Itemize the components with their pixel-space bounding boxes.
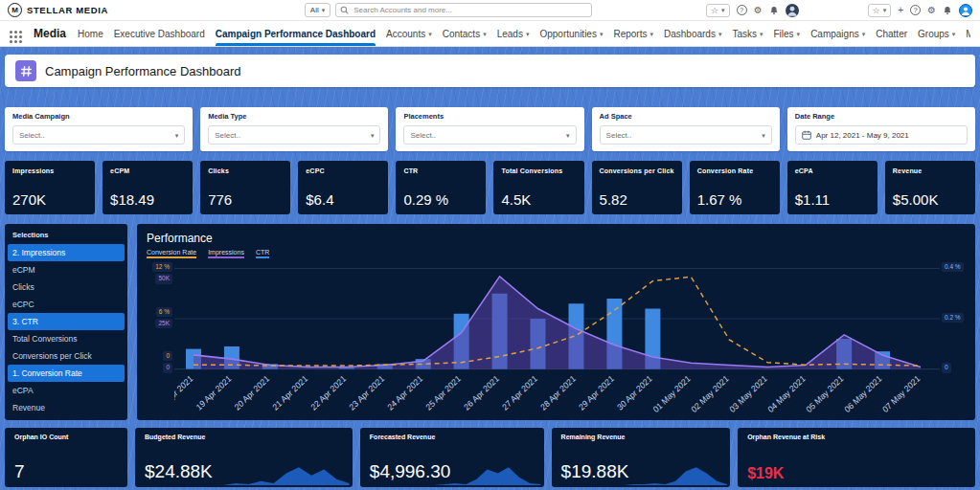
- filter-label: Media Type: [208, 112, 380, 121]
- selection-conversions-per-click[interactable]: Conversions per Click: [5, 347, 127, 365]
- filter-label: Date Range: [795, 112, 968, 121]
- global-search: All ▾: [305, 3, 592, 17]
- chart-title: Performance: [147, 232, 966, 245]
- chevron-down-icon: ▾: [721, 7, 725, 13]
- svg-text:20 Apr 2021: 20 Apr 2021: [233, 373, 271, 412]
- tab-more[interactable]: More▾: [966, 21, 970, 46]
- help-icon[interactable]: ?: [910, 5, 921, 15]
- tab-campaigns[interactable]: Campaigns▾: [810, 21, 865, 46]
- kpi-label: Conversions per Click: [600, 167, 674, 174]
- axis-tick: 0.2 %: [942, 313, 964, 323]
- tab-opportunities[interactable]: Opportunities▾: [539, 21, 603, 46]
- tab-label: Accounts: [386, 29, 425, 39]
- tab-label: Campaign Performance Dashboard: [216, 29, 376, 39]
- tab-label: Dashboards: [664, 29, 716, 39]
- chevron-down-icon: ▾: [175, 132, 179, 139]
- chevron-down-icon: ▾: [650, 31, 653, 37]
- svg-text:05 May 2021: 05 May 2021: [805, 373, 846, 414]
- star-icon: ☆: [711, 6, 718, 15]
- plus-icon[interactable]: +: [898, 6, 903, 15]
- brand-name: STELLAR MEDIA: [27, 5, 108, 15]
- filter-placements: PlacementsSelect..▾: [396, 107, 583, 151]
- selections-list: 2. ImpressionseCPMClickseCPC3. CTRTotal …: [5, 244, 127, 416]
- filter-date-range-control[interactable]: Apr 12, 2021 - May 9, 2021: [795, 125, 968, 145]
- svg-text:22 Apr 2021: 22 Apr 2021: [309, 373, 348, 412]
- tab-label: Leads: [497, 29, 523, 39]
- stellar-media-logo: M: [8, 3, 22, 17]
- help-icon[interactable]: ?: [737, 5, 747, 15]
- app-launcher-icon[interactable]: [10, 21, 22, 46]
- selection-ecpa[interactable]: eCPA: [5, 382, 127, 399]
- bell-icon[interactable]: [943, 6, 952, 15]
- selection-total-conversions[interactable]: Total Conversions: [5, 330, 127, 347]
- gear-icon[interactable]: ⚙: [754, 6, 763, 15]
- legend-ctr[interactable]: CTR: [256, 249, 269, 258]
- filter-date-range: Date RangeApr 12, 2021 - May 9, 2021: [787, 107, 975, 151]
- favorites-control[interactable]: ☆▾: [706, 4, 730, 17]
- tab-groups[interactable]: Groups▾: [918, 21, 955, 46]
- chevron-down-icon: ▾: [566, 132, 570, 139]
- kpi-conversions-per-click: Conversions per Click5.82: [592, 161, 682, 214]
- search-scope-label: All: [310, 6, 319, 14]
- filter-label: Media Campaign: [12, 112, 185, 121]
- avatar[interactable]: [959, 4, 972, 17]
- selection-2-impressions[interactable]: 2. Impressions: [8, 244, 125, 261]
- filters-row: Media CampaignSelect..▾Media TypeSelect.…: [5, 107, 975, 151]
- kpi-conversion-rate: Conversion Rate1.67 %: [690, 161, 780, 214]
- tab-files[interactable]: Files▾: [773, 21, 800, 46]
- tab-executive-dashboard[interactable]: Executive Dashboard: [114, 21, 205, 46]
- kpi-value: 776: [208, 191, 283, 208]
- legend-impressions[interactable]: Impressions: [208, 249, 244, 258]
- tab-label: Groups: [918, 29, 949, 39]
- filter-media-type-control[interactable]: Select..▾: [208, 125, 380, 145]
- tab-campaign-performance-dashboard[interactable]: Campaign Performance Dashboard: [216, 21, 376, 46]
- tab-tasks[interactable]: Tasks▾: [732, 21, 763, 46]
- bottom-card-label: Remaining Revenue: [561, 434, 721, 440]
- selection-revenue[interactable]: Revenue: [5, 399, 127, 416]
- tab-leads[interactable]: Leads▾: [497, 21, 530, 46]
- kpi-value: $6.4: [306, 191, 380, 208]
- kpi-label: eCPA: [795, 167, 870, 174]
- axis-tick: 50K: [155, 274, 172, 283]
- filter-placements-control[interactable]: Select..▾: [403, 125, 576, 145]
- gear-icon[interactable]: ⚙: [927, 6, 936, 15]
- star-icon: ☆: [873, 6, 880, 15]
- svg-text:18 Apr 2021: 18 Apr 2021: [174, 373, 194, 412]
- dashboard-content: Campaign Performance Dashboard Media Cam…: [0, 47, 980, 490]
- tab-home[interactable]: Home: [78, 21, 103, 46]
- tab-label: Reports: [613, 29, 647, 39]
- legend-conversion-rate[interactable]: Conversion Rate: [147, 249, 196, 258]
- tab-accounts[interactable]: Accounts▾: [386, 21, 432, 46]
- tab-chatter[interactable]: Chatter: [876, 21, 907, 46]
- filter-media-campaign-control[interactable]: Select..▾: [12, 125, 185, 145]
- search-scope-dropdown[interactable]: All ▾: [305, 3, 330, 17]
- card-remaining-revenue: Remaining Revenue$19.88K: [552, 428, 731, 487]
- performance-plot[interactable]: 18 Apr 202119 Apr 202120 Apr 202121 Apr …: [174, 262, 940, 416]
- card-budgeted-revenue: Budgeted Revenue$24.88K: [135, 428, 353, 487]
- selection-3-ctr[interactable]: 3. CTR: [8, 313, 125, 330]
- filter-media-type: Media TypeSelect..▾: [200, 107, 388, 151]
- favorites-control[interactable]: ☆▾: [868, 4, 892, 17]
- selection-ecpc[interactable]: eCPC: [5, 296, 127, 313]
- bottom-card-value: 7: [14, 461, 118, 482]
- bell-icon[interactable]: [769, 6, 779, 15]
- header-actions-left: ☆▾ ? ⚙: [706, 4, 799, 17]
- selection-1-conversion-rate[interactable]: 1. Conversion Rate: [8, 365, 125, 382]
- avatar[interactable]: [786, 4, 799, 17]
- search-input[interactable]: [335, 3, 592, 17]
- selection-clicks[interactable]: Clicks: [5, 278, 127, 296]
- tab-contacts[interactable]: Contacts▾: [443, 21, 487, 46]
- search-icon: [340, 6, 349, 14]
- selection-ecpm[interactable]: eCPM: [5, 261, 127, 278]
- tab-label: Opportunities: [539, 29, 596, 39]
- brand: M STELLAR MEDIA: [8, 3, 108, 17]
- tab-label: More: [966, 29, 970, 39]
- svg-text:03 May 2021: 03 May 2021: [728, 373, 769, 414]
- tab-dashboards[interactable]: Dashboards▾: [664, 21, 721, 46]
- tab-reports[interactable]: Reports▾: [613, 21, 653, 46]
- filter-ad-space-control[interactable]: Select..▾: [600, 125, 772, 145]
- filter-value: Select..: [19, 131, 45, 140]
- svg-text:21 Apr 2021: 21 Apr 2021: [271, 373, 309, 412]
- kpi-label: CTR: [403, 167, 478, 174]
- kpi-revenue: Revenue$5.00K: [885, 161, 975, 214]
